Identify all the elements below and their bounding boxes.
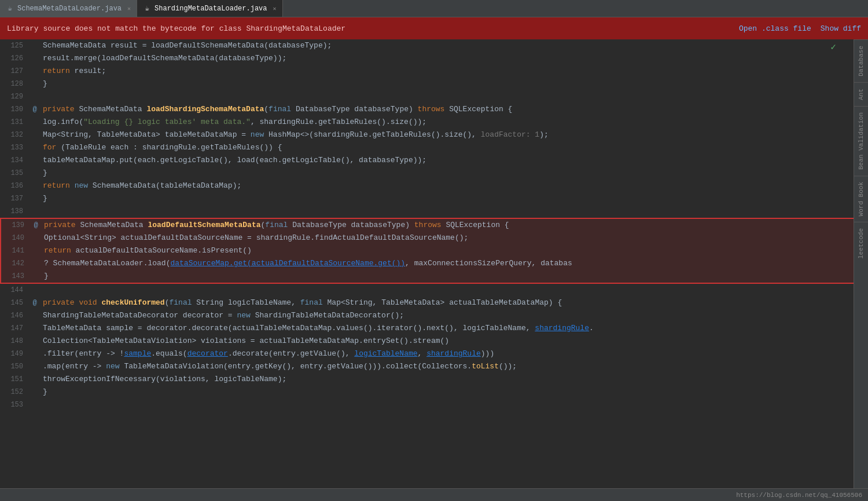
- line-code-content: }: [41, 386, 854, 398]
- tab-schema-close[interactable]: ✕: [127, 5, 131, 12]
- line-code-content: Map<String, TableMetaData> tableMetaData…: [41, 129, 854, 141]
- line-number: 128: [0, 78, 29, 90]
- line-code-content: return actualDefaultDataSourceName.isPre…: [42, 244, 854, 257]
- status-bar: https://blog.csdn.net/qq_41056506: [0, 488, 868, 501]
- open-class-button[interactable]: Open .class file: [739, 24, 811, 33]
- line-number: 140: [1, 232, 30, 244]
- line-number: 153: [0, 398, 29, 411]
- checkmark-icon: ✓: [830, 42, 836, 53]
- code-line: 153: [0, 398, 854, 411]
- warning-text: Library source does not match the byteco…: [7, 24, 345, 33]
- line-code-content: result.merge(loadDefaultSchemaMetaData(d…: [41, 52, 854, 65]
- line-number: 137: [0, 192, 29, 205]
- show-diff-button[interactable]: Show diff: [821, 24, 861, 33]
- line-code-content: return result;: [41, 65, 854, 78]
- code-line: 125 SchemaMetaData result = loadDefaultS…: [0, 39, 854, 52]
- code-area: ✓ 125 SchemaMetaData result = loadDefaul…: [0, 39, 854, 501]
- line-number: 138: [0, 205, 29, 218]
- sidebar-tab-ant[interactable]: Ant: [854, 82, 868, 106]
- line-number: 151: [0, 373, 29, 386]
- line-number: 146: [0, 309, 29, 322]
- line-code-content: }: [41, 78, 854, 90]
- code-line: 126 result.merge(loadDefaultSchemaMetaDa…: [0, 52, 854, 65]
- line-number: 141: [1, 244, 30, 257]
- java-file-icon: ☕: [6, 5, 14, 13]
- line-code-content: Collection<TableMetaDataViolation> viola…: [41, 335, 854, 348]
- line-code-content: log.info("Loading {} logic tables' meta …: [41, 116, 854, 129]
- sidebar-tab-bean-validation[interactable]: Bean Validation: [854, 106, 868, 175]
- code-line: 152 }: [0, 386, 854, 398]
- warning-banner: Library source does not match the byteco…: [0, 17, 868, 39]
- line-number: 133: [0, 141, 29, 154]
- line-number: 127: [0, 65, 29, 78]
- line-number: 130: [0, 103, 29, 116]
- code-line: 131 log.info("Loading {} logic tables' m…: [0, 116, 854, 129]
- line-number: 135: [0, 167, 29, 180]
- line-gutter: @: [30, 219, 42, 232]
- code-line: 144: [0, 284, 854, 297]
- line-gutter: @: [29, 297, 41, 309]
- code-line: 142 ? SchemaMetaDataLoader.load(dataSour…: [0, 257, 854, 270]
- code-line: 141 return actualDefaultDataSourceName.i…: [0, 244, 854, 257]
- code-line: 149 .filter(entry -> !sample.equals(deco…: [0, 348, 854, 360]
- code-line: 138: [0, 205, 854, 218]
- code-line: 146 ShardingTableMetaDataDecorator decor…: [0, 309, 854, 322]
- code-line: 132 Map<String, TableMetaData> tableMeta…: [0, 129, 854, 141]
- line-code-content: SchemaMetaData result = loadDefaultSchem…: [41, 39, 854, 52]
- code-line: 143 }: [0, 270, 854, 284]
- code-line: 147 TableMetaData sample = decorator.dec…: [0, 322, 854, 335]
- line-number: 134: [0, 154, 29, 167]
- code-line: 133 for (TableRule each : shardingRule.g…: [0, 141, 854, 154]
- status-url: https://blog.csdn.net/qq_41056506: [736, 492, 862, 499]
- line-code-content: tableMetaDataMap.put(each.getLogicTable(…: [41, 154, 854, 167]
- banner-actions: Open .class file Show diff: [739, 24, 861, 33]
- line-number: 139: [1, 219, 30, 232]
- line-code-content: ShardingTableMetaDataDecorator decorator…: [41, 309, 854, 322]
- line-number: 132: [0, 129, 29, 141]
- code-line: 136 return new SchemaMetaData(tableMetaD…: [0, 180, 854, 192]
- code-line: 127 return result;: [0, 65, 854, 78]
- line-code-content: }: [41, 167, 854, 180]
- sidebar-tab-word-book[interactable]: Word Book: [854, 175, 868, 222]
- code-line: 134 tableMetaDataMap.put(each.getLogicTa…: [0, 154, 854, 167]
- line-code-content: return new SchemaMetaData(tableMetaDataM…: [41, 180, 854, 192]
- tab-sharding-metadata[interactable]: ☕ ShardingMetaDataLoader.java ✕: [137, 0, 282, 17]
- sidebar-tab-database[interactable]: Database: [854, 39, 868, 82]
- line-number: 142: [1, 257, 30, 270]
- line-code-content: }: [41, 192, 854, 205]
- line-code-content: ? SchemaMetaDataLoader.load(dataSourceMa…: [42, 257, 854, 270]
- line-number: 143: [1, 270, 30, 283]
- tab-sharding-close[interactable]: ✕: [273, 5, 277, 12]
- line-code-content: .map(entry -> new TableMetaDataViolation…: [41, 360, 854, 373]
- tab-sharding-label: ShardingMetaDataLoader.java: [155, 5, 267, 13]
- line-code-content: throwExceptionIfNecessary(violations, lo…: [41, 373, 854, 386]
- code-line: 145@ private void checkUniformed(final S…: [0, 297, 854, 309]
- code-line: 135 }: [0, 167, 854, 180]
- code-line: 150 .map(entry -> new TableMetaDataViola…: [0, 360, 854, 373]
- line-code-content: private void checkUniformed(final String…: [41, 297, 854, 309]
- tab-schema-metadata[interactable]: ☕ SchemaMetaDataLoader.java ✕: [0, 0, 137, 17]
- line-number: 126: [0, 52, 29, 65]
- code-line: 140 Optional<String> actualDefaultDataSo…: [0, 232, 854, 244]
- code-line: 151 throwExceptionIfNecessary(violations…: [0, 373, 854, 386]
- line-code-content: private SchemaMetaData loadShardingSchem…: [41, 103, 854, 116]
- right-sidebar: Database Ant Bean Validation Word Book l…: [854, 39, 868, 501]
- code-line: 128 }: [0, 78, 854, 90]
- code-line: 148 Collection<TableMetaDataViolation> v…: [0, 335, 854, 348]
- line-number: 125: [0, 39, 29, 52]
- line-code-content: private SchemaMetaData loadDefaultSchema…: [42, 219, 854, 232]
- line-gutter: @: [29, 103, 41, 116]
- line-code-content: }: [42, 270, 854, 283]
- sidebar-tab-leetcode[interactable]: leetcode: [854, 222, 868, 265]
- line-number: 129: [0, 90, 29, 103]
- line-code-content: .filter(entry -> !sample.equals(decorato…: [41, 348, 854, 360]
- line-code-content: Optional<String> actualDefaultDataSource…: [42, 232, 854, 244]
- line-number: 152: [0, 386, 29, 398]
- line-number: 150: [0, 360, 29, 373]
- code-line: 137 }: [0, 192, 854, 205]
- line-number: 136: [0, 180, 29, 192]
- line-number: 149: [0, 348, 29, 360]
- line-number: 148: [0, 335, 29, 348]
- code-line: 129: [0, 90, 854, 103]
- code-line: 139@ private SchemaMetaData loadDefaultS…: [0, 218, 854, 232]
